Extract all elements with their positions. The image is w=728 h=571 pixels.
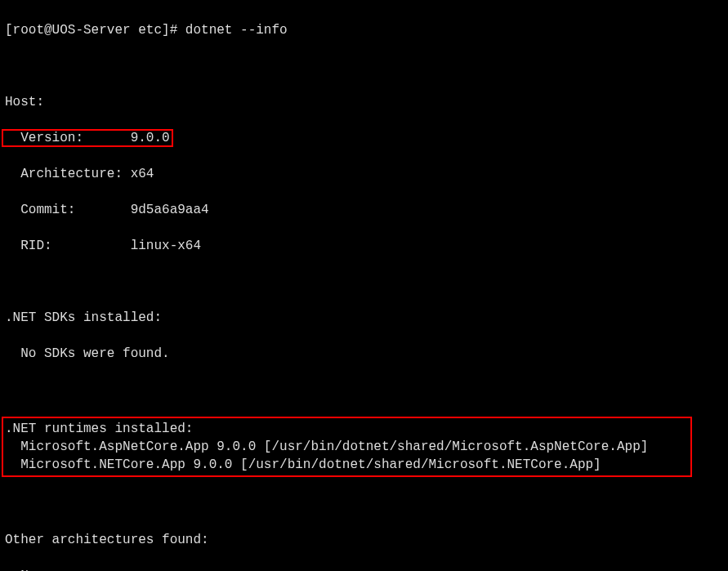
host-rid: RID: linux-x64 <box>5 237 723 255</box>
host-version-value: 9.0.0 <box>131 131 170 145</box>
blank-line <box>5 57 723 75</box>
other-arch-none: None <box>5 567 723 571</box>
blank-line <box>5 381 723 399</box>
terminal-output[interactable]: [root@UOS-Server etc]# dotnet --info Hos… <box>5 3 723 571</box>
host-architecture: Architecture: x64 <box>5 165 723 183</box>
other-arch-header: Other architectures found: <box>5 531 723 549</box>
runtime-netcore: Microsoft.NETCore.App 9.0.0 [/usr/bin/do… <box>5 456 689 474</box>
command-line: [root@UOS-Server etc]# dotnet --info <box>5 21 723 39</box>
sdks-none: No SDKs were found. <box>5 345 723 363</box>
version-highlight-box: Version: 9.0.0 <box>2 129 173 147</box>
runtimes-highlight-box: .NET runtimes installed: Microsoft.AspNe… <box>5 417 723 477</box>
host-version-line: Version: 9.0.0 <box>5 129 723 147</box>
host-commit: Commit: 9d5a6a9aa4 <box>5 201 723 219</box>
blank-line <box>5 495 723 513</box>
runtimes-header: .NET runtimes installed: <box>5 420 689 438</box>
runtime-aspnet: Microsoft.AspNetCore.App 9.0.0 [/usr/bin… <box>5 438 689 456</box>
sdks-header: .NET SDKs installed: <box>5 309 723 327</box>
host-header: Host: <box>5 93 723 111</box>
blank-line <box>5 273 723 291</box>
host-version-label: Version: <box>5 131 131 145</box>
